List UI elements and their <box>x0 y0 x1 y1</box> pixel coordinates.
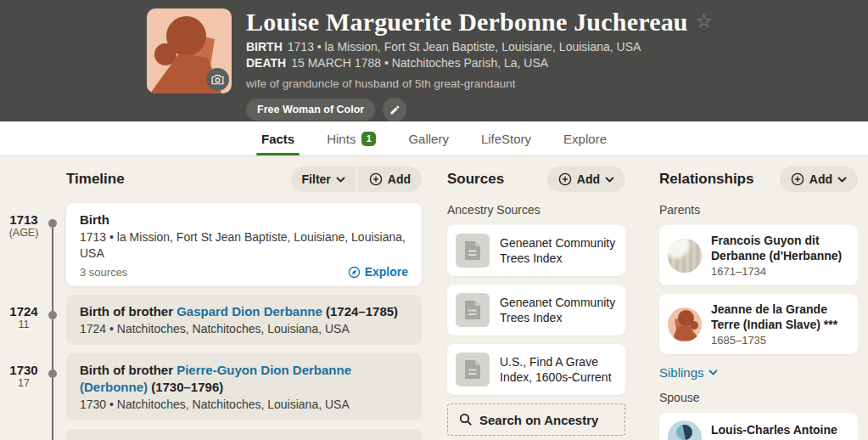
relationship-note: wife of granduncle of husband of 5th gre… <box>246 77 712 90</box>
source-card[interactable]: Geneanet Community Trees Index <box>447 225 625 276</box>
source-card[interactable]: Geneanet Community Trees Index <box>447 285 625 336</box>
profile-photo[interactable] <box>147 8 232 93</box>
tab-gallery[interactable]: Gallery <box>392 121 465 155</box>
timeline-age: (AGE) <box>0 227 48 240</box>
chevron-down-icon <box>708 369 718 375</box>
timeline-card[interactable]: Birth of brother Gaspard Dion Derbanne (… <box>66 295 422 345</box>
tag-free-woman-of-color[interactable]: Free Woman of Color <box>246 99 375 121</box>
event-sources-count: 3 sources <box>80 266 127 279</box>
ancestry-sources-label: Ancestry Sources <box>447 203 625 217</box>
parent-name: Jeanne de la Grande Terre (Indian Slave)… <box>711 302 849 332</box>
chevron-down-icon <box>336 177 345 183</box>
sources-column: Sources Add Ancestry Sources Geneanet Co… <box>447 166 625 440</box>
relationships-title: Relationships <box>659 171 753 188</box>
timeline-event-father-death: 1734 21 Death of father Francois Guyon d… <box>0 429 422 440</box>
event-title: Birth of brother Gaspard Dion Derbanne (… <box>80 303 408 320</box>
hints-count-badge: 1 <box>361 132 376 146</box>
parent-dates: 1671–1734 <box>711 265 849 278</box>
parent-card-mother[interactable]: Jeanne de la Grande Terre (Indian Slave)… <box>659 294 858 354</box>
tab-lifestory[interactable]: LifeStory <box>465 121 547 155</box>
birth-value: 1713 • la Mission, Fort St Jean Baptiste… <box>288 40 641 54</box>
search-on-ancestry-button[interactable]: Search on Ancestry <box>447 403 625 436</box>
add-relationship-button[interactable]: Add <box>780 166 858 192</box>
source-title: Geneanet Community Trees Index <box>500 295 617 325</box>
death-label: DEATH <box>246 56 286 70</box>
source-card[interactable]: U.S., Find A Grave Index, 1600s-Current <box>447 344 625 395</box>
chevron-down-icon <box>837 177 847 183</box>
event-title: Birth of brother Pierre-Guyon Dion Derba… <box>80 362 408 396</box>
birth-label: BIRTH <box>246 40 283 54</box>
facts-content: Timeline Filter Add <box>0 156 868 440</box>
sources-title: Sources <box>447 171 504 188</box>
timeline-event-brother-1724: 1724 11 Birth of brother Gaspard Dion De… <box>0 295 422 345</box>
add-source-button[interactable]: Add <box>547 166 625 192</box>
timeline-title: Timeline <box>66 171 125 188</box>
filter-button[interactable]: Filter <box>291 166 356 192</box>
timeline-age: 11 <box>0 319 48 331</box>
timeline-card[interactable]: Death of father Francois Guyon dit Derba… <box>66 429 422 440</box>
document-icon <box>456 293 490 327</box>
timeline-event-brother-1730: 1730 17 Birth of brother Pierre-Guyon Di… <box>0 353 422 420</box>
profile-header: Louise Marguerite Derbonne Juchereau☆ BI… <box>0 0 868 121</box>
birth-line: BIRTH1713 • la Mission, Fort St Jean Bap… <box>246 39 712 55</box>
tab-explore[interactable]: Explore <box>547 121 623 155</box>
tab-facts[interactable]: Facts <box>245 121 311 155</box>
edit-tags-button[interactable] <box>383 98 406 121</box>
person-link[interactable]: Gaspard Dion Derbanne <box>176 304 322 319</box>
timeline-year: 1713 <box>0 212 48 227</box>
plus-circle-icon <box>558 172 572 186</box>
parents-label: Parents <box>659 203 858 217</box>
compass-icon <box>348 266 361 279</box>
spouse-label: Spouse <box>659 391 858 404</box>
camera-icon <box>211 74 224 85</box>
female-silhouette-avatar <box>668 307 702 341</box>
timeline-dot <box>48 369 57 378</box>
event-title: Birth <box>80 212 408 228</box>
relationships-column: Relationships Add Parents Francoi <box>659 166 858 440</box>
spouse-name: Louis-Charles Antoine de St. Denis <box>711 422 849 440</box>
plus-circle-icon <box>369 172 383 186</box>
add-photo-button[interactable] <box>206 68 229 91</box>
event-detail: 1713 • la Mission, Fort St Jean Baptiste… <box>80 229 408 262</box>
favorite-star-icon[interactable]: ☆ <box>696 10 713 31</box>
death-value: 15 MARCH 1788 • Natchitoches Parish, La,… <box>291 56 548 70</box>
father-photo-avatar <box>668 239 702 273</box>
timeline-year: 1730 <box>0 363 48 377</box>
person-profile-page: Louise Marguerite Derbonne Juchereau☆ BI… <box>0 0 868 440</box>
male-silhouette-avatar <box>668 420 702 440</box>
timeline-year: 1724 <box>0 304 48 319</box>
timeline-dot <box>48 219 57 228</box>
source-title: Geneanet Community Trees Index <box>500 235 617 266</box>
timeline-dot <box>48 311 57 319</box>
tab-hints[interactable]: Hints 1 <box>311 121 392 155</box>
event-detail: 1730 • Natchitoches, Natchitoches, Louis… <box>80 397 408 413</box>
source-title: U.S., Find A Grave Index, 1600s-Current <box>500 354 617 385</box>
parent-card-father[interactable]: Francois Guyon dit Derbanne (d'Herbanne)… <box>659 225 858 285</box>
parent-dates: 1685–1735 <box>711 334 849 347</box>
document-icon <box>456 353 490 386</box>
person-name: Louise Marguerite Derbonne Juchereau <box>246 8 688 36</box>
plus-circle-icon <box>791 172 804 186</box>
timeline-age: 17 <box>0 377 48 390</box>
timeline-card-birth[interactable]: Birth 1713 • la Mission, Fort St Jean Ba… <box>66 203 422 286</box>
search-icon <box>459 413 473 426</box>
timeline-card[interactable]: Birth of brother Pierre-Guyon Dion Derba… <box>66 353 422 420</box>
pencil-icon <box>389 104 400 116</box>
event-detail: 1724 • Natchitoches, Natchitoches, Louis… <box>80 321 408 337</box>
chevron-down-icon <box>605 177 614 183</box>
timeline-event-birth: 1713 (AGE) Birth 1713 • la Mission, Fort… <box>0 203 422 286</box>
siblings-toggle[interactable]: Siblings <box>659 365 718 380</box>
spouse-card[interactable]: Louis-Charles Antoine de St. Denis <box>659 413 858 440</box>
death-line: DEATH15 MARCH 1788 • Natchitoches Parish… <box>246 55 712 71</box>
add-event-button[interactable]: Add <box>358 166 422 192</box>
profile-tabbar: Facts Hints 1 Gallery LifeStory Explore <box>0 121 868 156</box>
timeline-column: Timeline Filter Add <box>0 166 422 440</box>
parent-name: Francois Guyon dit Derbanne (d'Herbanne) <box>711 233 849 263</box>
document-icon <box>456 234 490 268</box>
explore-link[interactable]: Explore <box>348 265 408 279</box>
